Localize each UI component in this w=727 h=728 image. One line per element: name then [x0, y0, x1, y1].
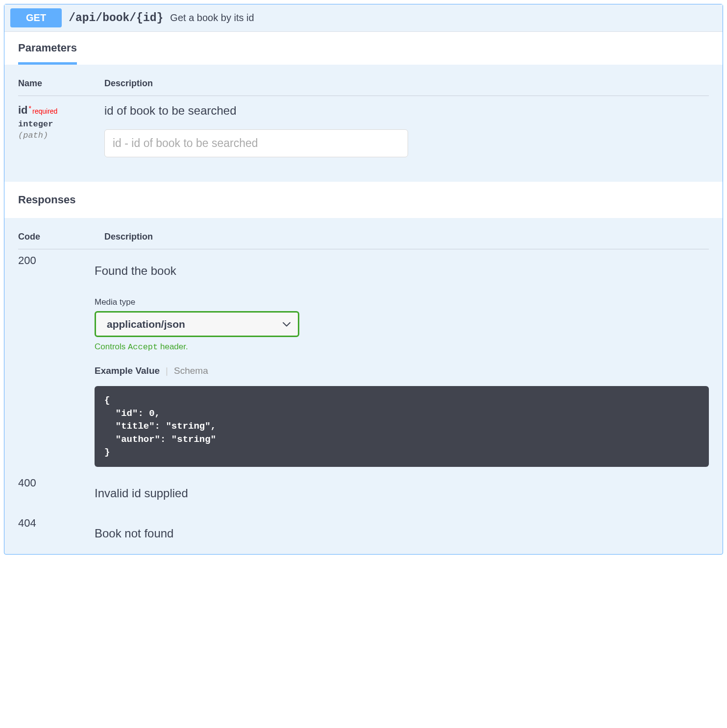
endpoint-header[interactable]: GET /api/book/{id} Get a book by its id	[4, 4, 723, 31]
parameters-table-header: Name Description	[18, 78, 709, 96]
parameter-description-cell: id of book to be searched	[104, 104, 709, 157]
accept-header-hint: Controls Accept header.	[95, 342, 709, 352]
parameters-content: Name Description id*required integer (pa…	[4, 65, 723, 182]
responses-section-header: Responses	[4, 182, 723, 218]
response-code: 400	[18, 477, 95, 500]
responses-content: Code Description 200 Found the book Medi…	[4, 218, 723, 554]
responses-table-header: Code Description	[18, 232, 709, 249]
example-code-block[interactable]: { "id": 0, "title": "string", "author": …	[95, 386, 709, 467]
example-value-tab[interactable]: Example Value	[95, 365, 160, 376]
http-method-badge: GET	[10, 8, 62, 27]
response-code: 404	[18, 517, 95, 540]
parameter-type: integer	[18, 120, 104, 129]
example-schema-tabs: Example Value | Schema	[95, 365, 709, 376]
response-description: Invalid id supplied	[95, 486, 709, 500]
header-code: Code	[18, 232, 104, 242]
media-type-select[interactable]: application/json	[95, 311, 299, 337]
parameter-input[interactable]	[104, 129, 408, 157]
header-description: Description	[104, 78, 709, 89]
parameter-name: id	[18, 104, 28, 116]
response-description: Found the book	[95, 264, 709, 278]
parameter-name-cell: id*required integer (path)	[18, 104, 104, 157]
response-row: 200 Found the book Media type applicatio…	[18, 249, 709, 467]
response-description: Book not found	[95, 527, 709, 540]
required-label: required	[32, 107, 57, 115]
response-description-cell: Book not found	[95, 517, 709, 540]
endpoint-summary: Get a book by its id	[170, 12, 254, 24]
endpoint-panel: GET /api/book/{id} Get a book by its id …	[4, 4, 723, 555]
endpoint-path: /api/book/{id}	[69, 12, 163, 24]
parameter-location: (path)	[18, 131, 104, 140]
response-row: 400 Invalid id supplied	[18, 467, 709, 500]
response-code: 200	[18, 254, 95, 467]
response-description-cell: Invalid id supplied	[95, 477, 709, 500]
parameters-tab[interactable]: Parameters	[18, 42, 77, 65]
media-type-label: Media type	[95, 297, 709, 307]
tab-separator: |	[166, 365, 168, 376]
schema-tab[interactable]: Schema	[174, 365, 208, 376]
required-star-icon: *	[29, 104, 31, 112]
parameter-row: id*required integer (path) id of book to…	[18, 96, 709, 157]
parameter-description: id of book to be searched	[104, 104, 709, 118]
response-description-cell: Found the book Media type application/js…	[95, 254, 709, 467]
response-row: 404 Book not found	[18, 500, 709, 540]
header-name: Name	[18, 78, 104, 89]
media-type-select-wrap: application/json	[95, 311, 299, 337]
parameters-section-header: Parameters	[4, 31, 723, 65]
header-description: Description	[104, 232, 709, 242]
